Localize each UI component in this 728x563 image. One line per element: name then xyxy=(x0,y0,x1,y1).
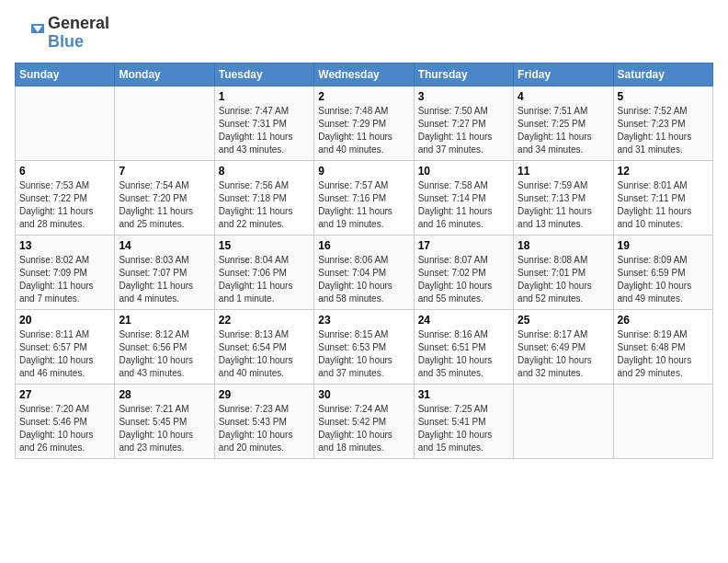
calendar-cell: 12Sunrise: 8:01 AM Sunset: 7:11 PM Dayli… xyxy=(613,160,712,235)
day-number: 12 xyxy=(618,165,709,178)
day-number: 25 xyxy=(518,314,609,327)
calendar-cell: 2Sunrise: 7:48 AM Sunset: 7:29 PM Daylig… xyxy=(314,86,414,160)
calendar-cell: 13Sunrise: 8:02 AM Sunset: 7:09 PM Dayli… xyxy=(16,235,115,309)
day-number: 6 xyxy=(19,165,110,178)
day-info: Sunrise: 8:11 AM Sunset: 6:57 PM Dayligh… xyxy=(19,328,110,380)
day-number: 19 xyxy=(618,239,709,252)
weekday-header-row: SundayMondayTuesdayWednesdayThursdayFrid… xyxy=(16,63,713,86)
calendar-cell xyxy=(16,86,115,160)
calendar-cell: 31Sunrise: 7:25 AM Sunset: 5:41 PM Dayli… xyxy=(414,384,513,458)
calendar-cell: 27Sunrise: 7:20 AM Sunset: 5:46 PM Dayli… xyxy=(16,384,115,458)
day-number: 21 xyxy=(119,314,210,327)
day-info: Sunrise: 7:25 AM Sunset: 5:41 PM Dayligh… xyxy=(418,403,509,454)
calendar-cell: 7Sunrise: 7:54 AM Sunset: 7:20 PM Daylig… xyxy=(115,160,214,235)
day-number: 14 xyxy=(119,239,210,252)
calendar-cell: 16Sunrise: 8:06 AM Sunset: 7:04 PM Dayli… xyxy=(314,235,414,309)
calendar-cell: 15Sunrise: 8:04 AM Sunset: 7:06 PM Dayli… xyxy=(214,235,313,309)
day-number: 27 xyxy=(19,388,110,401)
logo: General Blue xyxy=(15,15,109,52)
calendar-cell: 25Sunrise: 8:17 AM Sunset: 6:49 PM Dayli… xyxy=(514,309,613,384)
calendar-cell: 10Sunrise: 7:58 AM Sunset: 7:14 PM Dayli… xyxy=(414,160,513,235)
day-info: Sunrise: 8:19 AM Sunset: 6:48 PM Dayligh… xyxy=(618,328,709,380)
calendar-cell: 19Sunrise: 8:09 AM Sunset: 6:59 PM Dayli… xyxy=(613,235,712,309)
day-number: 29 xyxy=(219,388,310,401)
day-number: 8 xyxy=(219,165,310,178)
day-info: Sunrise: 8:09 AM Sunset: 6:59 PM Dayligh… xyxy=(618,254,709,305)
calendar-cell: 30Sunrise: 7:24 AM Sunset: 5:42 PM Dayli… xyxy=(314,384,414,458)
day-number: 7 xyxy=(119,165,210,178)
day-number: 11 xyxy=(518,165,609,178)
day-info: Sunrise: 7:58 AM Sunset: 7:14 PM Dayligh… xyxy=(418,179,509,231)
day-number: 3 xyxy=(418,90,509,103)
day-info: Sunrise: 8:07 AM Sunset: 7:02 PM Dayligh… xyxy=(418,254,509,305)
day-info: Sunrise: 8:02 AM Sunset: 7:09 PM Dayligh… xyxy=(19,254,110,305)
calendar-cell: 11Sunrise: 7:59 AM Sunset: 7:13 PM Dayli… xyxy=(514,160,613,235)
day-number: 28 xyxy=(119,388,210,401)
calendar-week-row: 20Sunrise: 8:11 AM Sunset: 6:57 PM Dayli… xyxy=(16,309,713,384)
day-info: Sunrise: 8:17 AM Sunset: 6:49 PM Dayligh… xyxy=(518,328,609,380)
day-info: Sunrise: 7:52 AM Sunset: 7:23 PM Dayligh… xyxy=(618,105,709,156)
day-info: Sunrise: 8:01 AM Sunset: 7:11 PM Dayligh… xyxy=(618,179,709,231)
calendar-cell: 1Sunrise: 7:47 AM Sunset: 7:31 PM Daylig… xyxy=(214,86,313,160)
day-number: 24 xyxy=(418,314,509,327)
day-number: 13 xyxy=(19,239,110,252)
calendar-cell: 29Sunrise: 7:23 AM Sunset: 5:43 PM Dayli… xyxy=(214,384,313,458)
calendar-cell: 24Sunrise: 8:16 AM Sunset: 6:51 PM Dayli… xyxy=(414,309,513,384)
calendar-cell: 14Sunrise: 8:03 AM Sunset: 7:07 PM Dayli… xyxy=(115,235,214,309)
calendar-cell: 18Sunrise: 8:08 AM Sunset: 7:01 PM Dayli… xyxy=(514,235,613,309)
calendar-cell: 8Sunrise: 7:56 AM Sunset: 7:18 PM Daylig… xyxy=(214,160,313,235)
day-number: 1 xyxy=(219,90,310,103)
day-number: 20 xyxy=(19,314,110,327)
calendar-cell xyxy=(613,384,712,458)
calendar-week-row: 27Sunrise: 7:20 AM Sunset: 5:46 PM Dayli… xyxy=(16,384,713,458)
day-info: Sunrise: 7:47 AM Sunset: 7:31 PM Dayligh… xyxy=(219,105,310,156)
weekday-header-sunday: Sunday xyxy=(16,63,115,86)
calendar-cell: 9Sunrise: 7:57 AM Sunset: 7:16 PM Daylig… xyxy=(314,160,414,235)
day-info: Sunrise: 7:54 AM Sunset: 7:20 PM Dayligh… xyxy=(119,179,210,231)
weekday-header-wednesday: Wednesday xyxy=(314,63,414,86)
day-info: Sunrise: 7:51 AM Sunset: 7:25 PM Dayligh… xyxy=(518,105,609,156)
calendar-cell: 6Sunrise: 7:53 AM Sunset: 7:22 PM Daylig… xyxy=(16,160,115,235)
logo-icon xyxy=(15,20,44,46)
day-info: Sunrise: 8:03 AM Sunset: 7:07 PM Dayligh… xyxy=(119,254,210,305)
calendar-cell: 17Sunrise: 8:07 AM Sunset: 7:02 PM Dayli… xyxy=(414,235,513,309)
logo-text: General Blue xyxy=(48,15,109,52)
calendar-cell: 5Sunrise: 7:52 AM Sunset: 7:23 PM Daylig… xyxy=(613,86,712,160)
day-info: Sunrise: 7:59 AM Sunset: 7:13 PM Dayligh… xyxy=(518,179,609,231)
day-number: 10 xyxy=(418,165,509,178)
day-info: Sunrise: 8:04 AM Sunset: 7:06 PM Dayligh… xyxy=(219,254,310,305)
day-info: Sunrise: 8:06 AM Sunset: 7:04 PM Dayligh… xyxy=(318,254,409,305)
weekday-header-monday: Monday xyxy=(115,63,214,86)
calendar-cell xyxy=(115,86,214,160)
day-info: Sunrise: 8:13 AM Sunset: 6:54 PM Dayligh… xyxy=(219,328,310,380)
day-number: 4 xyxy=(518,90,609,103)
day-info: Sunrise: 7:23 AM Sunset: 5:43 PM Dayligh… xyxy=(219,403,310,454)
day-number: 5 xyxy=(618,90,709,103)
day-info: Sunrise: 7:53 AM Sunset: 7:22 PM Dayligh… xyxy=(19,179,110,231)
weekday-header-tuesday: Tuesday xyxy=(214,63,313,86)
day-info: Sunrise: 8:08 AM Sunset: 7:01 PM Dayligh… xyxy=(518,254,609,305)
day-info: Sunrise: 7:56 AM Sunset: 7:18 PM Dayligh… xyxy=(219,179,310,231)
day-number: 22 xyxy=(219,314,310,327)
day-number: 18 xyxy=(518,239,609,252)
day-number: 15 xyxy=(219,239,310,252)
page-header: General Blue xyxy=(15,15,713,52)
day-number: 17 xyxy=(418,239,509,252)
calendar-cell: 4Sunrise: 7:51 AM Sunset: 7:25 PM Daylig… xyxy=(514,86,613,160)
calendar-week-row: 1Sunrise: 7:47 AM Sunset: 7:31 PM Daylig… xyxy=(16,86,713,160)
calendar-cell: 3Sunrise: 7:50 AM Sunset: 7:27 PM Daylig… xyxy=(414,86,513,160)
day-info: Sunrise: 7:50 AM Sunset: 7:27 PM Dayligh… xyxy=(418,105,509,156)
calendar-week-row: 6Sunrise: 7:53 AM Sunset: 7:22 PM Daylig… xyxy=(16,160,713,235)
day-number: 30 xyxy=(318,388,409,401)
day-info: Sunrise: 8:12 AM Sunset: 6:56 PM Dayligh… xyxy=(119,328,210,380)
day-number: 31 xyxy=(418,388,509,401)
calendar-cell: 20Sunrise: 8:11 AM Sunset: 6:57 PM Dayli… xyxy=(16,309,115,384)
day-info: Sunrise: 7:20 AM Sunset: 5:46 PM Dayligh… xyxy=(19,403,110,454)
calendar-cell: 22Sunrise: 8:13 AM Sunset: 6:54 PM Dayli… xyxy=(214,309,313,384)
day-number: 26 xyxy=(618,314,709,327)
calendar-cell: 23Sunrise: 8:15 AM Sunset: 6:53 PM Dayli… xyxy=(314,309,414,384)
day-number: 23 xyxy=(318,314,409,327)
day-number: 16 xyxy=(318,239,409,252)
day-info: Sunrise: 7:21 AM Sunset: 5:45 PM Dayligh… xyxy=(119,403,210,454)
day-info: Sunrise: 7:24 AM Sunset: 5:42 PM Dayligh… xyxy=(318,403,409,454)
